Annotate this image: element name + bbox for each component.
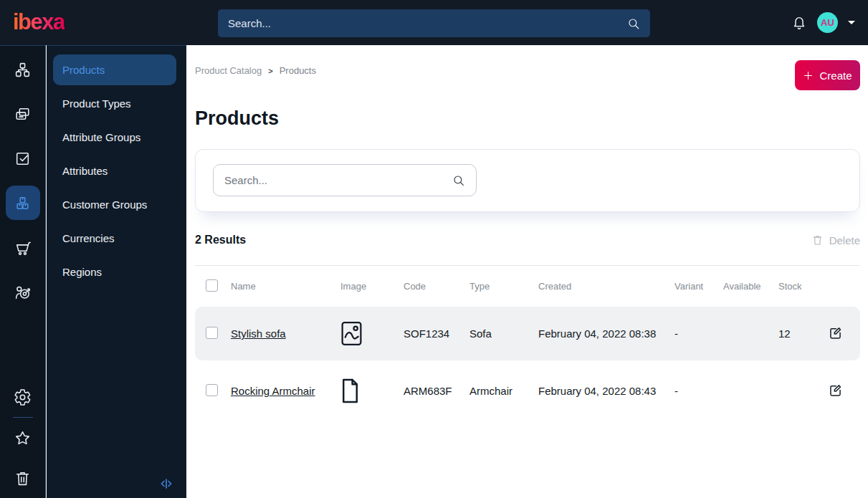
image-thumbnail-icon [340,321,404,346]
nav-commerce-cart-icon[interactable] [0,225,46,269]
product-search [213,164,477,196]
ibexa-admin-app: ibexa AU [0,0,868,498]
main-nav-rail [0,45,46,498]
column-header-variant: Variant [674,281,723,292]
column-header-name: Name [231,281,340,292]
product-code: SOF1234 [404,327,469,340]
filter-card [195,149,860,212]
edit-product-icon[interactable] [828,383,843,400]
global-search [218,9,650,37]
product-variant: - [674,385,723,397]
page-title: Products [195,107,860,130]
sidebar-collapse-icon[interactable] [158,477,174,492]
delete-button-label: Delete [829,234,860,246]
table-row: Stylish sofa SOF1234 Sofa February 04, 2… [195,307,860,360]
nav-audience-target-icon[interactable] [0,269,46,314]
column-header-available: Available [723,281,778,292]
create-button[interactable]: Create [795,60,860,90]
user-menu-caret-icon[interactable] [848,21,855,28]
product-search-input[interactable] [224,174,452,186]
breadcrumb-product-catalog[interactable]: Product Catalog [195,65,262,76]
product-variant: - [674,327,723,340]
product-code: ARM683F [404,385,469,397]
product-stock: 12 [778,327,821,340]
nav-trash-icon[interactable] [0,458,46,498]
column-header-created: Created [538,281,674,292]
nav-product-catalog-icon[interactable] [0,181,46,225]
sidebar-item-attributes[interactable]: Attributes [53,155,176,186]
breadcrumb-products[interactable]: Products [280,65,316,76]
table-header-row: Name Image Code Type Created Variant Ava… [195,266,860,307]
product-name-link[interactable]: Rocking Armchair [231,385,340,397]
edit-product-icon[interactable] [828,325,843,343]
column-header-stock: Stock [778,281,821,292]
table-row: Rocking Armchair ARM683F Armchair Februa… [195,364,860,418]
delete-button[interactable]: Delete [811,234,860,246]
breadcrumb: Product Catalog > Products [195,65,316,76]
results-count: 2 Results [195,234,246,246]
select-all-checkbox[interactable] [206,279,218,292]
row-checkbox[interactable] [206,384,218,396]
user-avatar[interactable]: AU [817,12,838,33]
top-bar: ibexa AU [0,0,868,45]
sidebar-item-attribute-groups[interactable]: Attribute Groups [53,122,176,153]
product-name-link[interactable]: Stylish sofa [231,327,340,340]
ibexa-logo[interactable]: ibexa [13,9,65,35]
row-checkbox[interactable] [206,327,218,339]
sidebar-item-regions[interactable]: Regions [53,257,176,287]
create-button-label: Create [819,70,852,82]
product-created: February 04, 2022 08:43 [538,385,674,397]
column-header-image: Image [340,281,404,292]
topbar-actions: AU [791,0,855,45]
global-search-input[interactable] [228,17,627,29]
search-icon[interactable] [452,174,465,187]
product-type: Armchair [469,385,538,397]
column-header-type: Type [469,281,538,292]
plus-icon [803,70,814,81]
main-content: Product Catalog > Products Create Produc… [186,45,868,498]
nav-settings-gear-icon[interactable] [0,377,46,417]
document-icon [340,378,404,403]
column-header-code: Code [404,281,469,292]
sidebar-item-product-types[interactable]: Product Types [53,88,176,119]
nav-tasks-icon[interactable] [0,136,46,181]
sidebar-item-products[interactable]: Products [53,54,176,85]
breadcrumb-separator: > [268,67,272,75]
active-nav-pill [6,186,40,220]
nav-content-tree-icon[interactable] [0,47,46,92]
product-created: February 04, 2022 08:38 [538,327,674,340]
notifications-bell-icon[interactable] [791,15,807,31]
search-icon[interactable] [627,17,640,30]
trash-icon [811,234,824,246]
nav-pages-icon[interactable] [0,92,46,136]
sidebar-item-currencies[interactable]: Currencies [53,223,176,254]
catalog-sidebar: Products Product Types Attribute Groups … [47,45,186,498]
product-type: Sofa [469,327,538,340]
nav-bookmarks-star-icon[interactable] [0,418,46,458]
sidebar-item-customer-groups[interactable]: Customer Groups [53,189,176,220]
products-table: Name Image Code Type Created Variant Ava… [195,265,860,418]
